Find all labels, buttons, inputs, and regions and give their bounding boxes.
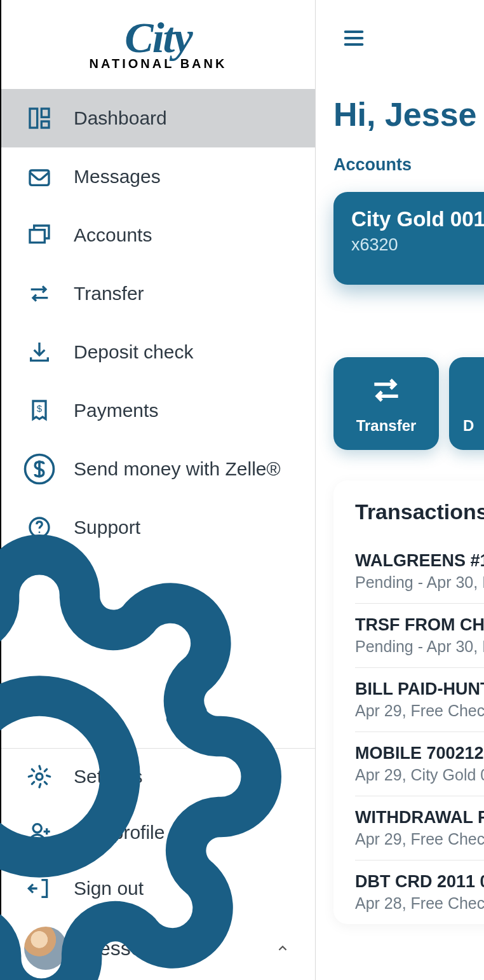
- sidebar-item-accounts[interactable]: Accounts: [1, 206, 315, 264]
- transaction-row[interactable]: DBT CRD 2011 0 Apr 28, Free Check: [355, 861, 484, 924]
- sidebar-item-label: Accounts: [74, 224, 152, 246]
- svg-rect-2: [41, 121, 49, 128]
- transaction-meta: Apr 29, Free Check: [355, 830, 484, 848]
- transaction-row[interactable]: BILL PAID-HUNT Apr 29, Free Check: [355, 668, 484, 732]
- transaction-row[interactable]: WALGREENS #11 Pending - Apr 30, F: [355, 540, 484, 604]
- sidebar-item-messages[interactable]: Messages: [1, 147, 315, 206]
- transaction-merchant: WALGREENS #11: [355, 551, 484, 571]
- sidebar: City NATIONAL BANK Dashboard Messages Ac…: [0, 0, 316, 980]
- transaction-meta: Apr 29, City Gold 0: [355, 766, 484, 784]
- sidebar-item-dashboard[interactable]: Dashboard: [1, 89, 315, 147]
- menu-button[interactable]: [341, 25, 366, 51]
- gear-icon: [27, 764, 52, 789]
- transfer-icon: [368, 372, 404, 408]
- accounts-heading: Accounts: [333, 155, 412, 175]
- action-label: Transfer: [356, 417, 417, 435]
- logo-sub: NATIONAL BANK: [90, 58, 227, 69]
- sidebar-item-settings[interactable]: Settings: [1, 749, 315, 805]
- inbox-icon: [27, 164, 52, 189]
- account-name: City Gold 001: [351, 207, 484, 231]
- dashboard-icon: [27, 105, 52, 131]
- transaction-merchant: TRSF FROM CHE: [355, 615, 484, 635]
- svg-rect-1: [41, 109, 49, 117]
- action-label: D: [449, 417, 474, 435]
- transaction-merchant: MOBILE 7002127: [355, 744, 484, 763]
- main-content: Hi, Jesse Accounts City Gold 001 x6320 T…: [316, 0, 484, 980]
- transactions-title: Transactions: [355, 500, 484, 524]
- transactions-panel: Transactions WALGREENS #11 Pending - Apr…: [333, 480, 484, 924]
- logo-main: City: [90, 20, 227, 57]
- account-number: x6320: [351, 235, 484, 255]
- action-transfer[interactable]: Transfer: [333, 357, 439, 450]
- transaction-merchant: BILL PAID-HUNT: [355, 679, 484, 699]
- transaction-meta: Apr 29, Free Check: [355, 702, 484, 720]
- sidebar-item-label: Messages: [74, 166, 161, 187]
- transaction-row[interactable]: MOBILE 7002127 Apr 29, City Gold 0: [355, 732, 484, 796]
- logo: City NATIONAL BANK: [1, 0, 315, 89]
- transaction-meta: Pending - Apr 30, F: [355, 573, 484, 592]
- account-card[interactable]: City Gold 001 x6320: [333, 192, 484, 285]
- svg-rect-0: [30, 109, 37, 128]
- greeting: Hi, Jesse: [333, 95, 477, 133]
- svg-rect-3: [30, 230, 44, 243]
- transaction-merchant: WITHDRAWAL P: [355, 808, 484, 827]
- accounts-icon: [27, 222, 52, 248]
- sidebar-item-label: Dashboard: [74, 107, 167, 129]
- transaction-row[interactable]: WITHDRAWAL P Apr 29, Free Check: [355, 796, 484, 861]
- action-deposit[interactable]: D: [449, 357, 484, 450]
- nav-bottom: Settings Add profile Sign out Jesse: [1, 748, 315, 980]
- transaction-merchant: DBT CRD 2011 0: [355, 872, 484, 892]
- transaction-row[interactable]: TRSF FROM CHE Pending - Apr 30, F: [355, 604, 484, 668]
- transaction-meta: Apr 28, Free Check: [355, 894, 484, 913]
- transaction-meta: Pending - Apr 30, F: [355, 637, 484, 656]
